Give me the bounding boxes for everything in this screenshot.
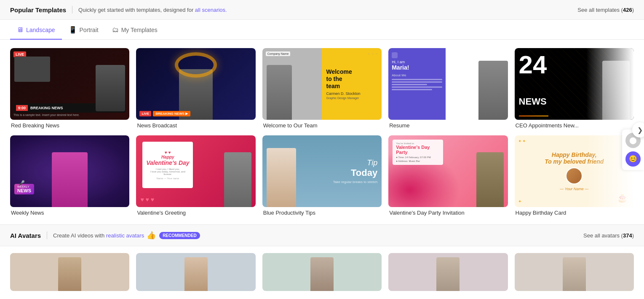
phone-icon: 📱 <box>69 26 77 34</box>
avatar-thumb-3 <box>310 257 334 291</box>
template-card-news-broadcast[interactable]: LIVE BREAKING NEWS ▶ News Broadcast <box>136 48 255 129</box>
birthday-avatar <box>566 167 583 184</box>
avatar-card-3[interactable] <box>262 253 382 291</box>
avatars-row <box>0 246 644 291</box>
tab-landscape[interactable]: 🖥 Landscape <box>10 20 62 40</box>
avatar-card-5[interactable] <box>515 253 634 291</box>
tab-my-templates[interactable]: 🗂 My Templates <box>105 20 164 40</box>
anchor-figure-weekly <box>52 152 88 207</box>
laptop-icon: 🖥 <box>17 26 24 34</box>
template-card-red-breaking-news[interactable]: LIVE 9:00 BREAKING NEWS This is a sample… <box>10 48 129 129</box>
popular-templates-header: Popular Templates Quickly get started wi… <box>0 0 644 20</box>
template-card-blue-productivity[interactable]: Tip Today Take regular breaks to stretch… <box>262 135 382 216</box>
anchor-figure-welcome <box>267 65 292 120</box>
avatar-card-4[interactable] <box>388 253 508 291</box>
orange-accent-line <box>519 116 548 116</box>
live-bar: LIVE BREAKING NEWS ▶ <box>139 111 190 116</box>
template-thumb-resume: Hi, I am Maria! About Me <box>388 48 508 120</box>
template-thumb-weekly-news: 🎤 WEEKLY NEWS <box>10 135 129 207</box>
tip-text-box: Tip Today Take regular breaks to stretch <box>333 159 377 184</box>
template-card-valentines-party[interactable]: You're Invited to Valentine's Day Party … <box>388 135 508 216</box>
template-label: Red Breaking News <box>10 122 129 129</box>
anchor-figure-ceo <box>602 61 630 120</box>
avatar-card-2[interactable] <box>136 253 255 291</box>
tabs-row: 🖥 Landscape 📱 Portrait 🗂 My Templates <box>0 20 644 40</box>
ai-avatars-header: AI Avatars Create AI videos with realist… <box>0 224 644 246</box>
number-24: 24 <box>519 52 547 78</box>
avatar-thumb-1 <box>58 257 81 291</box>
see-all-templates-link[interactable]: See all templates (426) <box>577 7 634 13</box>
header-divider <box>72 6 72 13</box>
anchor-figure-productivity <box>267 148 296 207</box>
template-card-happy-birthday[interactable]: ✦ ✦ ✦ ✦ Happy Birthday,To my beloved fri… <box>515 135 634 216</box>
avatar-thumb-2 <box>184 257 208 291</box>
news-word: NEWS <box>519 96 547 107</box>
ai-avatars-title: AI Avatars <box>10 232 41 239</box>
template-thumb-welcome-team: Company Name · · · Welcometo theteam Car… <box>262 48 382 120</box>
avatar-thumb-4 <box>436 257 460 291</box>
template-card-resume[interactable]: Hi, I am Maria! About Me <box>388 48 508 129</box>
template-thumb-happy-birthday: ✦ ✦ ✦ ✦ Happy Birthday,To my beloved fri… <box>515 135 634 207</box>
avatar-card-1[interactable] <box>10 253 129 291</box>
template-card-welcome-team[interactable]: Company Name · · · Welcometo theteam Car… <box>262 48 382 129</box>
resume-icon-badge <box>392 52 398 58</box>
template-thumb-valentines-greeting: ♥ ♥ Happy Valentine's Day I met you, I l… <box>136 135 255 207</box>
template-thumb-news-broadcast: LIVE BREAKING NEWS ▶ <box>136 48 255 120</box>
cake-icon: 🎂 <box>617 193 628 203</box>
anchor-figure-resume <box>478 61 508 120</box>
avatar-thumb-5 <box>563 257 586 291</box>
ring-decoration <box>175 52 217 78</box>
popular-templates-title: Popular Templates <box>10 6 66 13</box>
left-half <box>262 48 322 120</box>
recommended-badge: RECOMMENDED <box>159 232 200 239</box>
thumbs-up-icon: 👍 <box>147 231 156 240</box>
sidebar-button-purple[interactable]: 😊 <box>625 151 641 167</box>
template-thumb-blue-productivity: Tip Today Take regular breaks to stretch <box>262 135 382 207</box>
resume-left-panel: Hi, I am Maria! About Me <box>388 48 446 120</box>
template-thumb-ceo-appointments: 24 NEWS <box>515 48 634 120</box>
ai-avatars-subtitle: Create AI videos with realistic avatars <box>53 232 144 239</box>
scroll-right-arrow[interactable]: ❯ <box>632 122 644 137</box>
template-label: Welcome to Our Team <box>262 122 382 129</box>
template-thumb-valentines-party: You're Invited to Valentine's Day Party … <box>388 135 508 207</box>
mic-icon: 🎤 <box>19 180 25 186</box>
template-label: Resume <box>388 122 508 129</box>
anchor-placeholder <box>96 65 125 111</box>
screen-placeholder <box>14 57 50 82</box>
right-half: Company Name · · · Welcometo theteam Car… <box>322 48 382 120</box>
desc-lines <box>392 79 442 92</box>
tab-portrait[interactable]: 📱 Portrait <box>62 20 105 40</box>
templates-grid: LIVE 9:00 BREAKING NEWS This is a sample… <box>10 48 634 216</box>
company-logo: Company Name <box>266 51 291 56</box>
templates-section: LIVE 9:00 BREAKING NEWS This is a sample… <box>0 40 644 220</box>
template-label: Valentine's Day Party Invitation <box>388 210 508 216</box>
star-icon-tl: ✦ ✦ <box>518 139 526 143</box>
page-wrapper: Popular Templates Quickly get started wi… <box>0 0 644 299</box>
resume-right-panel <box>446 48 508 120</box>
anchor-figure-party <box>476 152 504 207</box>
see-all-avatars-link[interactable]: See all avatars (374) <box>583 232 634 239</box>
template-thumb-red-breaking-news: LIVE 9:00 BREAKING NEWS This is a sample… <box>10 48 129 120</box>
popular-templates-subtitle: Quickly get started with templates, desi… <box>78 7 227 13</box>
dots-decoration: · · · <box>368 51 378 56</box>
star-icon-bl: ✦ <box>518 199 521 204</box>
template-card-ceo-appointments[interactable]: 24 NEWS CEO Appointments New... <box>515 48 634 129</box>
template-card-valentines-greeting[interactable]: ♥ ♥ Happy Valentine's Day I met you, I l… <box>136 135 255 216</box>
heart-balloons: ♥ ♥ ♥ <box>140 196 154 203</box>
party-info-card: You're Invited to Valentine's Day Party … <box>393 140 443 165</box>
folder-icon: 🗂 <box>112 26 119 34</box>
breaking-sub-text: This is a sample text. Insert your desir… <box>13 113 126 116</box>
template-label: News Broadcast <box>136 122 255 129</box>
template-label: Weekly News <box>10 210 129 216</box>
anchor-figure-valentine <box>224 152 251 207</box>
template-card-weekly-news[interactable]: 🎤 WEEKLY NEWS Weekly News <box>10 135 129 216</box>
ai-header-divider <box>47 232 47 239</box>
template-label: Happy Birthday Card <box>515 210 634 216</box>
template-label: Valentine's Greeting <box>136 210 255 216</box>
template-label: CEO Appointments New... <box>515 122 634 129</box>
template-label: Blue Productivity Tips <box>262 210 382 216</box>
valentine-card-box: ♥ ♥ Happy Valentine's Day I met you, I l… <box>142 142 193 188</box>
